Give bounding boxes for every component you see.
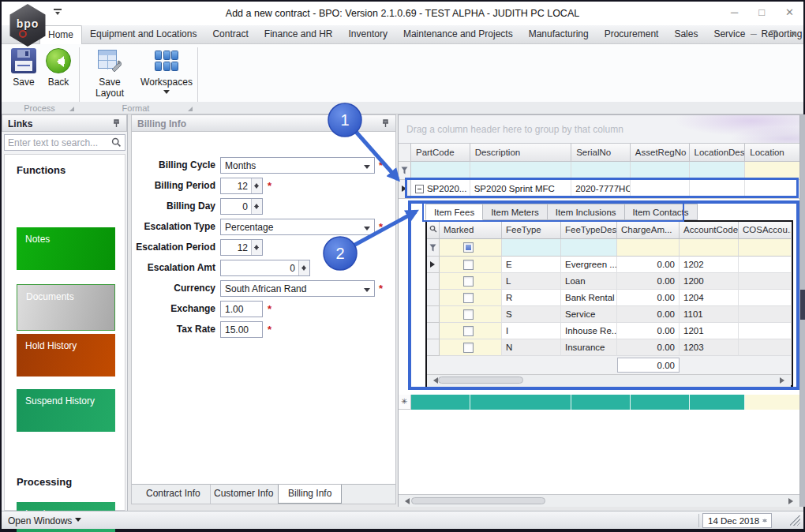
- hold-history-button[interactable]: Hold History: [17, 334, 115, 377]
- workspaces-button[interactable]: Workspaces: [140, 48, 193, 99]
- cell-feetypedesc[interactable]: Inhouse Re...: [561, 323, 617, 339]
- cell-accountcode[interactable]: 1201: [680, 323, 739, 339]
- cell-feetype[interactable]: N: [502, 339, 561, 356]
- ribbon-tab-sales[interactable]: Sales: [666, 25, 706, 44]
- cell-accountcode[interactable]: 1202: [680, 257, 739, 273]
- filter-cell-feetypedesc[interactable]: [561, 239, 617, 257]
- cell-cosaccount[interactable]: [739, 339, 791, 356]
- tab-item-inclusions[interactable]: Item Inclusions: [548, 204, 625, 220]
- cell-marked[interactable]: [440, 306, 502, 323]
- cell-cosaccount[interactable]: [739, 323, 791, 339]
- scroll-left-icon[interactable]: [402, 498, 410, 504]
- cell-chargeamount[interactable]: 0.00: [617, 339, 680, 356]
- spinner-arrows-icon[interactable]: [298, 260, 309, 275]
- cell-feetype[interactable]: L: [502, 273, 561, 290]
- new-row-cell[interactable]: [411, 395, 470, 410]
- ribbon-restore-icon[interactable]: ❐: [769, 29, 777, 39]
- escalation-type-dropdown[interactable]: Percentage: [220, 219, 375, 235]
- marked-checkbox[interactable]: [463, 326, 474, 336]
- vertical-scrollbar[interactable]: [800, 114, 805, 507]
- fee-row-inhouse[interactable]: I Inhouse Re... 0.00 1201: [427, 323, 791, 339]
- marked-checkbox[interactable]: [463, 309, 474, 320]
- back-button[interactable]: Back: [43, 48, 74, 88]
- cell-chargeamount[interactable]: 0.00: [617, 257, 680, 273]
- cell-serialno[interactable]: 2020-7777HO: [571, 180, 631, 199]
- ribbon-tab-maintenance-and-projects[interactable]: Maintenance and Projects: [395, 25, 521, 44]
- cell-marked[interactable]: [440, 323, 502, 339]
- open-windows-button[interactable]: Open Windows: [8, 515, 81, 526]
- cell-feetype[interactable]: R: [502, 290, 561, 306]
- date-field[interactable]: 14 Dec 2018: [702, 513, 772, 528]
- close-button[interactable]: ✕: [785, 6, 794, 18]
- new-row-cell[interactable]: [631, 395, 690, 410]
- fee-row-bank-rental[interactable]: R Bank Rental 0.00 1204: [427, 290, 791, 306]
- pin-icon[interactable]: [113, 119, 122, 128]
- cell-feetype[interactable]: E: [502, 257, 561, 273]
- suspend-history-button[interactable]: Suspend History: [17, 389, 115, 432]
- ribbon-tab-manufacturing[interactable]: Manufacturing: [521, 25, 597, 44]
- scroll-right-icon[interactable]: [788, 498, 796, 504]
- search-icon[interactable]: [111, 137, 122, 150]
- cell-marked[interactable]: [440, 257, 502, 273]
- cell-feetypedesc[interactable]: Insurance: [561, 339, 617, 356]
- column-header-serialno[interactable]: SerialNo: [571, 144, 631, 162]
- cell-feetypedesc[interactable]: Evergreen ...: [561, 257, 617, 273]
- ribbon-tab-service[interactable]: Service: [706, 25, 753, 44]
- spinner-arrows-icon[interactable]: [251, 240, 262, 255]
- cell-cosaccount[interactable]: [739, 257, 791, 273]
- ribbon-tab-procurement[interactable]: Procurement: [597, 25, 667, 44]
- resize-grip[interactable]: [790, 515, 800, 526]
- collapse-icon[interactable]: [415, 185, 424, 193]
- chevron-down-icon[interactable]: [361, 220, 373, 234]
- tab-item-fees[interactable]: Item Fees: [425, 204, 483, 220]
- cell-accountcode[interactable]: 1203: [680, 339, 739, 356]
- cell-cosaccount[interactable]: [739, 290, 791, 306]
- maximize-button[interactable]: □: [758, 6, 765, 18]
- new-row-cell[interactable]: [690, 395, 746, 410]
- fee-row-evergreen[interactable]: E Evergreen ... 0.00 1202: [427, 257, 791, 273]
- table-row-sp2020[interactable]: SP2020... SP2020 Sprint MFC 2020-7777HO: [399, 180, 799, 199]
- cell-accountcode[interactable]: 1204: [680, 290, 739, 306]
- cell-chargeamount[interactable]: 0.00: [617, 273, 680, 290]
- currency-dropdown[interactable]: South African Rand: [220, 280, 375, 297]
- scrollbar-thumb[interactable]: [411, 497, 545, 504]
- escalation-amt-spinner[interactable]: 0: [220, 260, 310, 276]
- notes-button[interactable]: Notes: [17, 227, 115, 270]
- process-group-launcher-icon[interactable]: [69, 107, 74, 111]
- ribbon-tab-home[interactable]: Home: [39, 25, 82, 44]
- documents-button[interactable]: Documents: [17, 284, 115, 331]
- filter-cell-location[interactable]: [745, 162, 799, 180]
- column-header-description[interactable]: Description: [470, 144, 571, 162]
- escalation-period-spinner[interactable]: 12: [220, 239, 263, 256]
- filter-cell-cosaccount[interactable]: [739, 239, 791, 257]
- filter-cell-accountcode[interactable]: [680, 239, 739, 257]
- column-header-partcode[interactable]: PartCode: [411, 144, 470, 162]
- tab-contract-info[interactable]: Contract Info: [137, 485, 211, 504]
- column-header-marked[interactable]: Marked: [440, 222, 502, 239]
- chevron-down-icon[interactable]: [361, 282, 373, 295]
- new-row-cell[interactable]: [571, 395, 631, 410]
- cell-cosaccount[interactable]: [739, 273, 791, 290]
- new-row-cell[interactable]: [745, 395, 799, 410]
- scrollbar-thumb[interactable]: [438, 377, 523, 384]
- horizontal-scrollbar[interactable]: [399, 494, 799, 507]
- fee-row-loan[interactable]: L Loan 0.00 1200: [427, 273, 791, 290]
- marked-checkbox[interactable]: [463, 276, 474, 287]
- marked-checkbox[interactable]: [463, 343, 474, 353]
- cell-chargeamount[interactable]: 0.00: [617, 306, 680, 323]
- column-header-accountcode[interactable]: AccountCode: [680, 222, 739, 239]
- fee-row-insurance[interactable]: N Insurance 0.00 1203: [427, 339, 791, 356]
- ribbon-tab-equipment-and-locations[interactable]: Equipment and Locations: [82, 25, 204, 44]
- group-by-area[interactable]: Drag a column header here to group by th…: [399, 115, 799, 144]
- billing-day-spinner[interactable]: 0: [220, 198, 263, 215]
- column-header-feetype[interactable]: FeeType: [502, 222, 561, 239]
- detail-horizontal-scrollbar[interactable]: [427, 375, 791, 387]
- cell-feetype[interactable]: I: [502, 323, 561, 339]
- scroll-right-icon[interactable]: [780, 377, 788, 384]
- cell-assetregno[interactable]: [631, 180, 690, 199]
- ribbon-tab-finance-and-hr[interactable]: Finance and HR: [256, 25, 341, 44]
- cell-marked[interactable]: [440, 290, 502, 306]
- save-button[interactable]: Save: [8, 48, 39, 88]
- search-column-header[interactable]: [427, 222, 440, 239]
- column-header-feetypedesc[interactable]: FeeTypeDesc: [561, 222, 617, 239]
